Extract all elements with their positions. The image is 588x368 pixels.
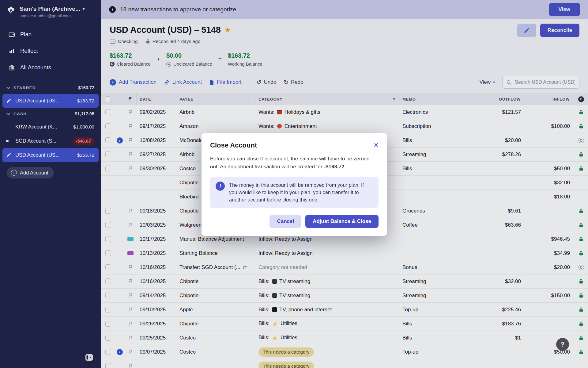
modal-body-suffix: . xyxy=(345,164,346,170)
modal-body-text: Before you can close this account, the b… xyxy=(210,155,379,171)
modal-title: Close Account xyxy=(210,141,257,149)
modal-info-panel: i The money in this account will be remo… xyxy=(210,177,379,209)
close-account-modal: Close Account × Before you can close thi… xyxy=(202,133,387,236)
modal-body-amount: -$163.72 xyxy=(324,164,344,170)
cancel-button[interactable]: Cancel xyxy=(270,215,301,228)
info-icon: i xyxy=(216,182,225,191)
modal-info-text: The money in this account will be remove… xyxy=(229,182,373,204)
close-icon[interactable]: × xyxy=(374,141,379,149)
help-button[interactable]: ? xyxy=(556,338,569,351)
adjust-balance-close-button[interactable]: Adjust Balance & Close xyxy=(305,215,379,228)
